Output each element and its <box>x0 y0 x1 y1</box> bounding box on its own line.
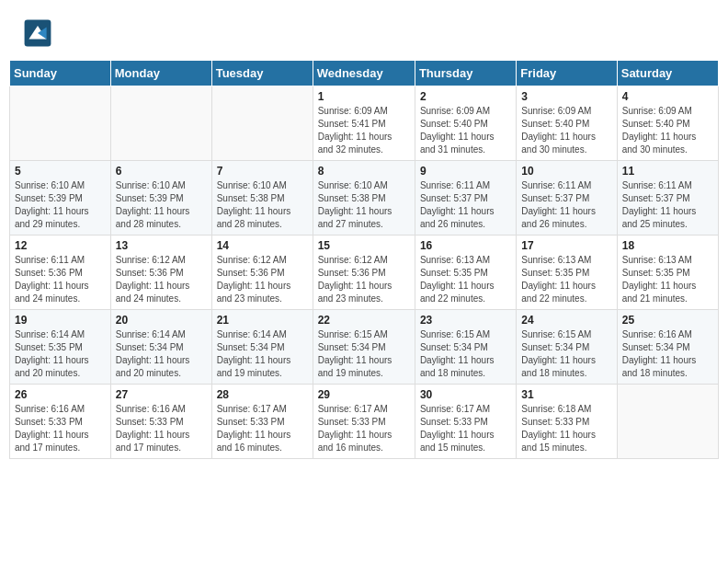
calendar-cell: 3Sunrise: 6:09 AM Sunset: 5:40 PM Daylig… <box>517 86 617 161</box>
calendar-cell: 9Sunrise: 6:11 AM Sunset: 5:37 PM Daylig… <box>415 161 516 236</box>
calendar-cell: 18Sunrise: 6:13 AM Sunset: 5:35 PM Dayli… <box>617 236 718 310</box>
day-number: 27 <box>116 388 207 401</box>
day-info: Sunrise: 6:15 AM Sunset: 5:34 PM Dayligh… <box>521 328 611 380</box>
calendar-cell: 1Sunrise: 6:09 AM Sunset: 5:41 PM Daylig… <box>313 86 415 161</box>
calendar-cell: 25Sunrise: 6:16 AM Sunset: 5:34 PM Dayli… <box>617 310 718 385</box>
calendar-table: SundayMondayTuesdayWednesdayThursdayFrid… <box>9 60 719 459</box>
day-number: 3 <box>521 90 611 103</box>
weekday-header-sunday: Sunday <box>10 61 111 86</box>
calendar-cell: 24Sunrise: 6:15 AM Sunset: 5:34 PM Dayli… <box>517 310 617 385</box>
day-number: 26 <box>15 388 106 401</box>
calendar-cell: 2Sunrise: 6:09 AM Sunset: 5:40 PM Daylig… <box>415 86 516 161</box>
day-info: Sunrise: 6:10 AM Sunset: 5:39 PM Dayligh… <box>116 179 207 231</box>
calendar-cell: 26Sunrise: 6:16 AM Sunset: 5:33 PM Dayli… <box>10 385 111 459</box>
day-number: 7 <box>217 165 308 178</box>
calendar-cell: 23Sunrise: 6:15 AM Sunset: 5:34 PM Dayli… <box>415 310 516 385</box>
weekday-header-friday: Friday <box>517 61 617 86</box>
page-header <box>9 9 719 52</box>
calendar-cell: 12Sunrise: 6:11 AM Sunset: 5:36 PM Dayli… <box>10 236 111 310</box>
calendar-cell <box>211 86 313 161</box>
day-number: 23 <box>420 314 511 327</box>
calendar-cell: 15Sunrise: 6:12 AM Sunset: 5:36 PM Dayli… <box>313 236 415 310</box>
calendar-week-row: 12Sunrise: 6:11 AM Sunset: 5:36 PM Dayli… <box>10 236 719 310</box>
day-number: 8 <box>318 165 410 178</box>
calendar-cell: 31Sunrise: 6:18 AM Sunset: 5:33 PM Dayli… <box>517 385 617 459</box>
day-info: Sunrise: 6:15 AM Sunset: 5:34 PM Dayligh… <box>420 328 511 380</box>
day-info: Sunrise: 6:11 AM Sunset: 5:37 PM Dayligh… <box>521 179 611 231</box>
day-info: Sunrise: 6:17 AM Sunset: 5:33 PM Dayligh… <box>318 403 410 454</box>
calendar-cell <box>10 86 111 161</box>
day-number: 30 <box>420 388 511 401</box>
day-number: 20 <box>116 314 207 327</box>
day-info: Sunrise: 6:13 AM Sunset: 5:35 PM Dayligh… <box>622 254 713 305</box>
day-info: Sunrise: 6:14 AM Sunset: 5:35 PM Dayligh… <box>15 328 106 380</box>
day-info: Sunrise: 6:16 AM Sunset: 5:33 PM Dayligh… <box>116 403 207 454</box>
day-info: Sunrise: 6:17 AM Sunset: 5:33 PM Dayligh… <box>420 403 511 454</box>
logo-icon <box>23 18 52 48</box>
day-number: 16 <box>420 239 511 252</box>
logo <box>23 18 56 48</box>
calendar-cell: 19Sunrise: 6:14 AM Sunset: 5:35 PM Dayli… <box>10 310 111 385</box>
calendar-cell: 21Sunrise: 6:14 AM Sunset: 5:34 PM Dayli… <box>211 310 313 385</box>
day-number: 2 <box>420 90 511 103</box>
day-number: 11 <box>622 165 713 178</box>
day-info: Sunrise: 6:09 AM Sunset: 5:41 PM Dayligh… <box>318 105 410 156</box>
calendar-header-row: SundayMondayTuesdayWednesdayThursdayFrid… <box>10 61 719 86</box>
weekday-header-thursday: Thursday <box>415 61 516 86</box>
day-number: 10 <box>521 165 611 178</box>
calendar-cell: 5Sunrise: 6:10 AM Sunset: 5:39 PM Daylig… <box>10 161 111 236</box>
day-number: 15 <box>318 239 410 252</box>
day-info: Sunrise: 6:17 AM Sunset: 5:33 PM Dayligh… <box>217 403 308 454</box>
calendar-cell: 17Sunrise: 6:13 AM Sunset: 5:35 PM Dayli… <box>517 236 617 310</box>
weekday-header-wednesday: Wednesday <box>313 61 415 86</box>
day-number: 18 <box>622 239 713 252</box>
calendar-cell: 6Sunrise: 6:10 AM Sunset: 5:39 PM Daylig… <box>110 161 211 236</box>
calendar-cell <box>617 385 718 459</box>
day-info: Sunrise: 6:14 AM Sunset: 5:34 PM Dayligh… <box>116 328 207 380</box>
day-info: Sunrise: 6:09 AM Sunset: 5:40 PM Dayligh… <box>521 105 611 156</box>
calendar-cell: 7Sunrise: 6:10 AM Sunset: 5:38 PM Daylig… <box>211 161 313 236</box>
day-info: Sunrise: 6:14 AM Sunset: 5:34 PM Dayligh… <box>217 328 308 380</box>
calendar-cell: 30Sunrise: 6:17 AM Sunset: 5:33 PM Dayli… <box>415 385 516 459</box>
day-number: 24 <box>521 314 611 327</box>
calendar-week-row: 5Sunrise: 6:10 AM Sunset: 5:39 PM Daylig… <box>10 161 719 236</box>
day-info: Sunrise: 6:13 AM Sunset: 5:35 PM Dayligh… <box>521 254 611 305</box>
day-number: 22 <box>318 314 410 327</box>
day-info: Sunrise: 6:11 AM Sunset: 5:37 PM Dayligh… <box>420 179 511 231</box>
weekday-header-monday: Monday <box>110 61 211 86</box>
day-number: 21 <box>217 314 308 327</box>
day-number: 14 <box>217 239 308 252</box>
day-info: Sunrise: 6:13 AM Sunset: 5:35 PM Dayligh… <box>420 254 511 305</box>
calendar-cell: 13Sunrise: 6:12 AM Sunset: 5:36 PM Dayli… <box>110 236 211 310</box>
calendar-cell: 10Sunrise: 6:11 AM Sunset: 5:37 PM Dayli… <box>517 161 617 236</box>
day-info: Sunrise: 6:11 AM Sunset: 5:36 PM Dayligh… <box>15 254 106 305</box>
day-info: Sunrise: 6:10 AM Sunset: 5:39 PM Dayligh… <box>15 179 106 231</box>
day-info: Sunrise: 6:09 AM Sunset: 5:40 PM Dayligh… <box>622 105 713 156</box>
calendar-cell: 28Sunrise: 6:17 AM Sunset: 5:33 PM Dayli… <box>211 385 313 459</box>
weekday-header-saturday: Saturday <box>617 61 718 86</box>
day-number: 29 <box>318 388 410 401</box>
day-info: Sunrise: 6:12 AM Sunset: 5:36 PM Dayligh… <box>217 254 308 305</box>
day-info: Sunrise: 6:10 AM Sunset: 5:38 PM Dayligh… <box>318 179 410 231</box>
day-number: 17 <box>521 239 611 252</box>
calendar-cell: 8Sunrise: 6:10 AM Sunset: 5:38 PM Daylig… <box>313 161 415 236</box>
day-number: 28 <box>217 388 308 401</box>
weekday-header-tuesday: Tuesday <box>211 61 313 86</box>
calendar-cell <box>110 86 211 161</box>
calendar-cell: 16Sunrise: 6:13 AM Sunset: 5:35 PM Dayli… <box>415 236 516 310</box>
calendar-cell: 27Sunrise: 6:16 AM Sunset: 5:33 PM Dayli… <box>110 385 211 459</box>
day-info: Sunrise: 6:18 AM Sunset: 5:33 PM Dayligh… <box>521 403 611 454</box>
day-number: 6 <box>116 165 207 178</box>
day-info: Sunrise: 6:15 AM Sunset: 5:34 PM Dayligh… <box>318 328 410 380</box>
day-number: 5 <box>15 165 106 178</box>
calendar-cell: 29Sunrise: 6:17 AM Sunset: 5:33 PM Dayli… <box>313 385 415 459</box>
day-info: Sunrise: 6:09 AM Sunset: 5:40 PM Dayligh… <box>420 105 511 156</box>
day-info: Sunrise: 6:16 AM Sunset: 5:33 PM Dayligh… <box>15 403 106 454</box>
day-info: Sunrise: 6:10 AM Sunset: 5:38 PM Dayligh… <box>217 179 308 231</box>
day-number: 31 <box>521 388 611 401</box>
day-number: 12 <box>15 239 106 252</box>
calendar-week-row: 19Sunrise: 6:14 AM Sunset: 5:35 PM Dayli… <box>10 310 719 385</box>
day-number: 4 <box>622 90 713 103</box>
day-info: Sunrise: 6:12 AM Sunset: 5:36 PM Dayligh… <box>318 254 410 305</box>
day-info: Sunrise: 6:16 AM Sunset: 5:34 PM Dayligh… <box>622 328 713 380</box>
